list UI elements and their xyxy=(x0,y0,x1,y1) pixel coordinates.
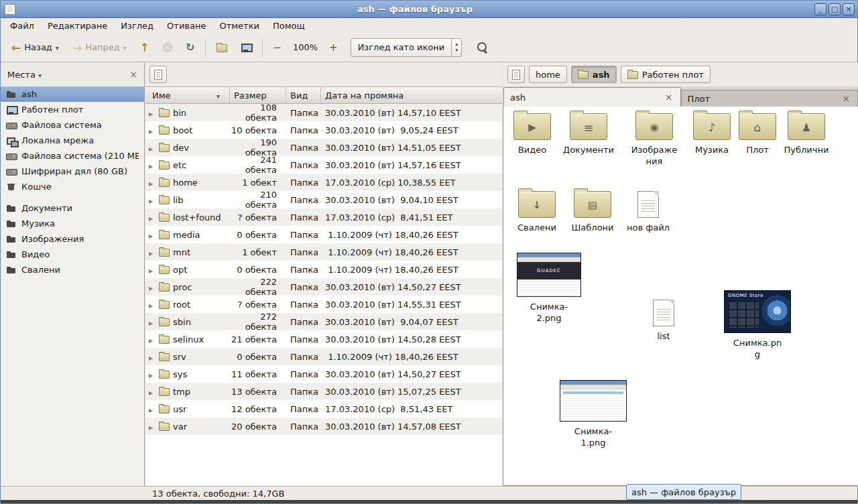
menu-edit[interactable]: Редактиране xyxy=(41,19,114,32)
table-row[interactable]: home 1 обект Папка 17.03.2010 (ср) 10,38… xyxy=(145,174,502,191)
column-header-date[interactable]: Дата на промяна xyxy=(321,87,502,103)
expander-icon[interactable] xyxy=(149,178,156,188)
close-button[interactable]: × xyxy=(843,3,855,15)
sidebar-item[interactable]: Свалени xyxy=(1,262,144,277)
table-row[interactable]: dev 190 обекта Папка 30.03.2010 (вт) 14,… xyxy=(145,139,502,156)
breadcrumb-ash[interactable]: ash xyxy=(571,66,617,83)
tab-ash[interactable]: ash xyxy=(503,87,681,107)
folder-item-music[interactable]: Музика xyxy=(686,113,737,156)
sidebar-item[interactable]: Файлова система xyxy=(1,117,144,133)
menu-bookmarks[interactable]: Отметки xyxy=(212,19,265,32)
expander-icon[interactable] xyxy=(149,317,156,327)
table-row[interactable]: lib 210 обекта Папка 30.03.2010 (вт) 9,0… xyxy=(145,191,502,208)
expander-icon[interactable] xyxy=(149,125,156,135)
close-icon[interactable] xyxy=(664,92,674,103)
up-button[interactable] xyxy=(136,38,154,58)
breadcrumb-home[interactable]: home xyxy=(529,66,567,83)
image-item-snimka-2[interactable]: GUADEC Снимка-2.png xyxy=(516,253,582,324)
close-icon[interactable] xyxy=(841,94,851,104)
tab-plot[interactable]: Плот xyxy=(681,90,858,107)
folder-item-documents[interactable]: Документи xyxy=(563,113,614,156)
spinner-icon[interactable]: ▴▾ xyxy=(451,39,461,56)
table-row[interactable]: lost+found ? обекта Папка 17.03.2010 (ср… xyxy=(145,208,502,226)
expander-icon[interactable] xyxy=(149,212,156,223)
breadcrumb-desktop[interactable]: Работен плот xyxy=(621,66,711,83)
expander-icon[interactable] xyxy=(149,334,156,344)
expander-icon[interactable] xyxy=(149,143,156,153)
zoom-in-button[interactable]: + xyxy=(326,39,341,56)
image-item-snimka-1[interactable]: Снимка-1.png xyxy=(559,380,627,449)
expander-icon[interactable] xyxy=(149,247,156,257)
folder-item-desktop[interactable]: Плот xyxy=(732,113,783,156)
table-row[interactable]: proc 222 обекта Папка 30.03.2010 (вт) 14… xyxy=(145,278,502,296)
sidebar-item[interactable]: Файлова система (210 MB) xyxy=(1,148,144,164)
home-button[interactable] xyxy=(212,40,231,56)
expander-icon[interactable] xyxy=(149,369,156,379)
table-row[interactable]: tmp 13 обекта Папка 30.03.2010 (вт) 15,0… xyxy=(145,383,502,400)
column-header-name[interactable]: Име xyxy=(145,87,230,103)
expander-icon[interactable] xyxy=(149,108,156,118)
table-row[interactable]: bin 108 обекта Папка 30.03.2010 (вт) 14,… xyxy=(145,104,502,121)
expander-icon[interactable] xyxy=(149,352,156,362)
table-row[interactable]: usr 12 обекта Папка 17.03.2010 (ср) 8,51… xyxy=(145,400,502,418)
image-item-snimka[interactable]: GNOME Store Снимка.png xyxy=(723,290,792,361)
menu-help[interactable]: Помощ xyxy=(266,19,312,32)
folder-item-templates[interactable]: Шаблони xyxy=(567,191,618,234)
file-item-new-file[interactable]: нов файл xyxy=(623,191,674,234)
table-row[interactable]: root ? обекта Папка 30.03.2010 (вт) 14,5… xyxy=(145,296,502,313)
folder-item-public[interactable]: Публични xyxy=(781,113,832,156)
expander-icon[interactable] xyxy=(149,195,156,205)
folder-item-video[interactable]: Видео xyxy=(507,113,558,156)
expander-icon[interactable] xyxy=(149,230,156,240)
reload-button[interactable] xyxy=(182,38,198,57)
maximize-button[interactable]: □ xyxy=(829,3,841,15)
folder-item-pictures[interactable]: Изображения xyxy=(629,113,680,168)
search-button[interactable] xyxy=(467,38,493,57)
sidebar-item[interactable]: Изображения xyxy=(1,231,144,247)
menu-view[interactable]: Изглед xyxy=(114,19,160,32)
sidebar-item[interactable]: Видео xyxy=(1,247,144,262)
back-button[interactable]: Назад xyxy=(7,38,63,58)
sidebar-title-select[interactable]: Места xyxy=(7,70,42,80)
expander-icon[interactable] xyxy=(149,300,156,310)
table-row[interactable]: sys 11 обекта Папка 30.03.2010 (вт) 14,5… xyxy=(145,365,502,383)
expander-icon[interactable] xyxy=(149,265,156,275)
folder-item-downloads[interactable]: Свалени xyxy=(511,191,562,234)
forward-button[interactable]: Напред xyxy=(68,38,131,58)
table-row[interactable]: sbin 272 обекта Папка 30.03.2010 (вт) 9,… xyxy=(145,313,502,330)
icon-view[interactable]: Видео Документи Изображения Музика Плот … xyxy=(503,107,858,486)
menu-file[interactable]: Файл xyxy=(3,19,41,32)
table-row[interactable]: etc 241 обекта Папка 30.03.2010 (вт) 14,… xyxy=(145,156,502,174)
location-toggle-button[interactable] xyxy=(149,66,167,83)
table-row[interactable]: boot 10 обекта Папка 30.03.2010 (вт) 9,0… xyxy=(145,121,502,139)
sidebar-item[interactable]: Кошче xyxy=(1,179,144,194)
zoom-out-button[interactable]: − xyxy=(269,39,285,56)
expander-icon[interactable] xyxy=(149,404,156,414)
sidebar-item[interactable]: Шифриран дял (80 GB) xyxy=(1,164,144,179)
minimize-button[interactable]: _ xyxy=(814,3,826,15)
sidebar-item[interactable]: Документи xyxy=(1,200,144,216)
sidebar-item[interactable]: Работен плот xyxy=(1,102,144,117)
menu-go[interactable]: Отиване xyxy=(160,19,212,32)
location-toggle-button[interactable] xyxy=(507,66,525,83)
table-row[interactable]: var 20 обекта Папка 30.03.2010 (вт) 14,5… xyxy=(145,418,502,435)
expander-icon[interactable] xyxy=(149,282,156,292)
column-header-type[interactable]: Вид xyxy=(286,87,321,103)
taskbar-window-button[interactable]: ash — файлов браузър xyxy=(626,484,741,500)
chevron-down-icon[interactable] xyxy=(56,42,59,52)
table-row[interactable]: srv 0 обекта Папка 1.10.2009 (чт) 18,40,… xyxy=(145,348,502,365)
table-row[interactable]: opt 0 обекта Папка 1.10.2009 (чт) 18,40,… xyxy=(145,261,502,278)
table-row[interactable]: mnt 1 обект Папка 1.10.2009 (чт) 18,40,2… xyxy=(145,243,502,261)
file-item-list[interactable]: list xyxy=(644,300,684,342)
sidebar-item[interactable]: Локална мрежа xyxy=(1,133,144,148)
expander-icon[interactable] xyxy=(149,387,156,397)
stop-button[interactable] xyxy=(159,40,176,56)
expander-icon[interactable] xyxy=(149,422,156,432)
close-icon[interactable] xyxy=(129,70,137,80)
expander-icon[interactable] xyxy=(149,160,156,170)
table-row[interactable]: selinux 21 обекта Папка 30.03.2010 (вт) … xyxy=(145,330,502,348)
view-mode-select[interactable]: Изглед като икони ▴▾ xyxy=(351,38,463,57)
computer-button[interactable] xyxy=(237,39,255,56)
sidebar-item[interactable]: ash xyxy=(1,86,144,102)
column-header-size[interactable]: Размер xyxy=(230,87,286,103)
